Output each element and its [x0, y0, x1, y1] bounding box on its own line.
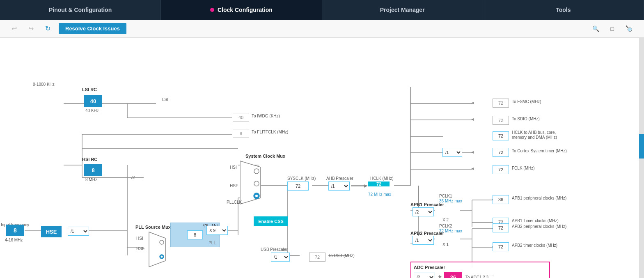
- hse-prescaler-select[interactable]: /1 /2: [68, 227, 89, 236]
- to-sdio-value: 72: [493, 116, 509, 125]
- redo-button[interactable]: ↪: [25, 23, 37, 34]
- diagram-canvas: Input frequency 8 4-16 MHz HSE /1 /2 0-1…: [0, 38, 644, 278]
- adc-error-box: ADC Prescaler /2 /4 /6 /8 36 To ADC1,2,3: [410, 262, 550, 278]
- apb2-timer-value: 72: [493, 242, 509, 251]
- pclk2-max-label: 72 MHz max: [439, 229, 462, 233]
- adc-arrow: [438, 273, 442, 278]
- fit-button[interactable]: □: [607, 24, 617, 34]
- tab-pinout[interactable]: Pinout & Configuration: [0, 0, 161, 20]
- hse-label-box: HSE: [41, 226, 62, 237]
- apb2-prescaler-select[interactable]: /1: [413, 236, 434, 245]
- tab-project-label: Project Manager: [380, 7, 425, 13]
- mux-hsi-label: HSI: [230, 165, 237, 170]
- pll-mux-hse-label: HSE: [136, 246, 145, 251]
- usb-desc: To USB (MHz): [328, 253, 355, 258]
- sys-clk-mux-label: System Clock Mux: [245, 154, 285, 159]
- vertical-scrollbar[interactable]: [639, 38, 644, 278]
- to-sdio-label: To SDIO (MHz): [512, 117, 540, 121]
- lsi-khz-label: 40 KHz: [85, 108, 99, 113]
- to-fsmc-value: 72: [493, 99, 509, 108]
- tab-tools[interactable]: Tools: [483, 0, 644, 20]
- to-fsmc-label: To FSMC (MHz): [512, 99, 541, 104]
- to-flitf-value: 8: [233, 129, 249, 138]
- to-iwdg-label: To IWDG (KHz): [252, 114, 280, 118]
- pclk2-label: PCLK2: [439, 224, 452, 228]
- toolbar: ↩ ↪ ↻ Resolve Clock Issues 🔍 □ 🔍: [0, 20, 644, 38]
- pll-hsi-div-label: /2: [131, 175, 135, 180]
- usb-label: USB Prescaler: [261, 247, 288, 252]
- hse-range-label: 4-16 MHz: [5, 238, 23, 242]
- pll-mux-hsi-label: HSI: [136, 236, 143, 241]
- svg-marker-69: [149, 232, 165, 267]
- pll-mux-svg: [147, 230, 167, 271]
- apb2-timer-desc: APB2 timer clocks (MHz): [512, 243, 557, 248]
- resolve-clock-button[interactable]: Resolve Clock Issues: [59, 23, 126, 34]
- clock-diagram: Input frequency 8 4-16 MHz HSE /1 /2 0-1…: [0, 38, 644, 278]
- hclk-value: 72: [368, 182, 390, 186]
- mux-pllclk-label: PLLCLK: [227, 200, 242, 204]
- svg-point-64: [255, 195, 258, 197]
- tab-project[interactable]: Project Manager: [322, 0, 483, 20]
- hse-value-box: 8: [6, 225, 24, 236]
- svg-point-61: [254, 169, 259, 174]
- undo-button[interactable]: ↩: [8, 23, 20, 34]
- adc-label: ADC Prescaler: [414, 265, 547, 270]
- svg-marker-50: [471, 102, 474, 104]
- pll-label: PLL: [209, 241, 216, 245]
- lsi-rc-label: LSI RC: [82, 87, 97, 92]
- lsi-wire-label: LSI: [162, 97, 168, 102]
- adc-desc: To ADC1,2,3: [465, 275, 488, 278]
- to-iwdg-value: 40: [233, 113, 249, 122]
- mux-hse-label: HSE: [230, 184, 238, 188]
- svg-marker-66: [364, 184, 367, 188]
- clock-active-dot: [210, 8, 214, 12]
- hclk-label: HCLK (MHz): [370, 176, 394, 181]
- hclk-ahb-label1: HCLK to AHB bus, core,: [512, 130, 556, 135]
- refresh-button[interactable]: ↻: [42, 23, 54, 34]
- tab-pinout-label: Pinout & Configuration: [49, 7, 112, 13]
- pclk2-desc: APB2 peripheral clocks (MHz): [512, 224, 566, 229]
- scrollbar-thumb[interactable]: [639, 134, 644, 159]
- cortex-timer-value: 72: [493, 148, 509, 157]
- pll-out-value: 8: [187, 230, 203, 239]
- hclk-max-label: 72 MHz max: [368, 192, 391, 197]
- apb1-timer-mult: X 2: [442, 218, 449, 222]
- pclk1-value: 36: [493, 195, 509, 204]
- sysclk-value: 72: [287, 182, 309, 191]
- tab-clock[interactable]: Clock Configuration: [161, 0, 322, 20]
- header-tabs: Pinout & Configuration Clock Configurati…: [0, 0, 644, 20]
- lsi-range-label: 0-1000 KHz: [33, 82, 55, 87]
- pclk1-label: PCLK1: [439, 194, 452, 198]
- cortex-timer-desc: To Cortex System timer (MHz): [512, 149, 567, 153]
- svg-marker-51: [471, 118, 474, 121]
- zoom-in-button[interactable]: 🔍: [589, 24, 603, 34]
- svg-point-70: [160, 240, 164, 244]
- usb-value: 72: [309, 253, 325, 262]
- sysclk-label: SYSCLK (MHz): [287, 176, 316, 181]
- apb1-timer-desc: APB1 Timer clocks (MHz): [512, 218, 559, 223]
- cortex-div-select[interactable]: /1: [442, 148, 462, 157]
- svg-marker-52: [471, 151, 474, 154]
- svg-marker-53: [471, 168, 474, 170]
- tab-tools-label: Tools: [556, 7, 571, 13]
- adc-prescaler-select[interactable]: /2 /4 /6 /8: [414, 273, 435, 278]
- apb1-prescaler-select[interactable]: /2: [413, 207, 434, 216]
- enable-css-button[interactable]: Enable CSS: [254, 216, 288, 226]
- cortex-timer-row: /1: [442, 148, 462, 157]
- ahb-prescaler-select[interactable]: /1: [328, 182, 350, 191]
- pll-source-label: PLL Source Mux: [135, 225, 171, 230]
- svg-point-62: [254, 181, 259, 186]
- hsi-mhz-label: 8 MHz: [85, 177, 97, 182]
- pclk1-desc: APB1 peripheral clocks (MHz): [512, 196, 566, 200]
- pll-mul-select[interactable]: X 9: [206, 226, 228, 235]
- hsi-rc-label: HSI RC: [82, 157, 97, 162]
- tab-clock-label: Clock Configuration: [218, 7, 273, 13]
- fclk-value: 72: [493, 165, 509, 174]
- pclk2-value: 72: [493, 223, 509, 232]
- pclk1-max-label: 36 MHz max: [439, 199, 462, 203]
- hsi-value-box: 8: [84, 164, 102, 176]
- fclk-desc: FCLK (MHz): [512, 166, 535, 170]
- usb-prescaler-select[interactable]: /1: [271, 253, 290, 262]
- zoom-out-button[interactable]: 🔍: [622, 24, 636, 34]
- ahb-label: AHB Prescaler: [326, 176, 353, 181]
